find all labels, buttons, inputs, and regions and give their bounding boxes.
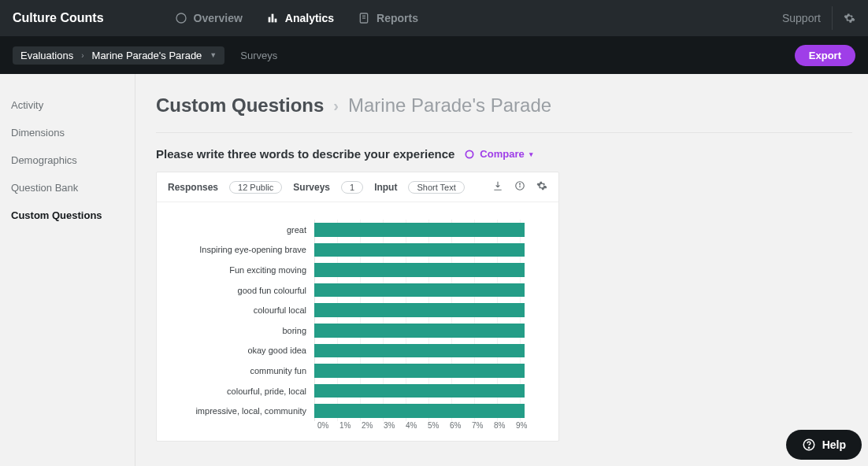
axis-tick: 4% bbox=[406, 421, 428, 430]
axis-tick: 6% bbox=[450, 421, 472, 430]
compare-button[interactable]: Compare ▾ bbox=[464, 148, 532, 160]
sidebar-item-demographics[interactable]: Demographics bbox=[11, 146, 124, 174]
info-icon bbox=[514, 180, 525, 191]
chart-bar bbox=[314, 223, 525, 237]
overview-icon bbox=[175, 12, 187, 24]
svg-rect-2 bbox=[271, 14, 273, 23]
axis-tick: 3% bbox=[384, 421, 406, 430]
page-title-main: Custom Questions bbox=[156, 94, 324, 116]
help-label: Help bbox=[822, 438, 846, 451]
chart-row: great bbox=[165, 220, 543, 240]
chart-bar bbox=[314, 243, 525, 257]
chart-row-label: good fun colourful bbox=[165, 286, 314, 295]
sidebar-item-custom-questions[interactable]: Custom Questions bbox=[11, 202, 124, 229]
chevron-right-icon: › bbox=[81, 51, 83, 60]
chart-row: Inspiring eye-opening brave bbox=[165, 240, 543, 261]
axis-tick: 0% bbox=[317, 421, 339, 430]
chart-row-label: impressive, local, community bbox=[165, 406, 314, 416]
chart-bar bbox=[314, 303, 525, 317]
chart-row: impressive, local, community bbox=[165, 401, 543, 421]
tab-analytics-label: Analytics bbox=[285, 12, 334, 24]
svg-point-12 bbox=[808, 447, 809, 448]
brand: Culture Counts bbox=[13, 11, 104, 25]
chart-row-label: Inspiring eye-opening brave bbox=[165, 245, 314, 254]
download-button[interactable] bbox=[492, 180, 503, 194]
axis-tick: 7% bbox=[472, 421, 494, 430]
chart-row: boring bbox=[165, 320, 543, 341]
settings-button[interactable] bbox=[832, 6, 855, 30]
chart-row: okay good idea bbox=[165, 341, 543, 361]
surveys-label: Surveys bbox=[293, 182, 330, 193]
page-title-sub: Marine Parade's Parade bbox=[348, 94, 551, 116]
info-button[interactable] bbox=[514, 180, 525, 194]
reports-icon bbox=[358, 12, 370, 24]
chart-card: Responses 12 Public Surveys 1 Input Shor… bbox=[156, 172, 559, 442]
analytics-icon bbox=[266, 12, 279, 24]
sidebar-item-question-bank[interactable]: Question Bank bbox=[11, 174, 124, 202]
sidebar-item-dimensions[interactable]: Dimensions bbox=[11, 119, 124, 146]
chart-row-label: community fun bbox=[165, 366, 314, 375]
surveys-link[interactable]: Surveys bbox=[240, 50, 277, 61]
chart-row-label: Fun exciting moving bbox=[165, 265, 314, 275]
input-value: Short Text bbox=[408, 181, 464, 194]
svg-point-7 bbox=[466, 150, 473, 157]
chart-row-label: colourful local bbox=[165, 305, 314, 315]
chart-bar bbox=[314, 283, 525, 298]
chevron-down-icon: ▾ bbox=[529, 150, 533, 158]
chevron-right-icon: › bbox=[333, 97, 339, 115]
svg-point-0 bbox=[176, 13, 186, 23]
svg-rect-1 bbox=[268, 17, 270, 23]
page-title: Custom Questions › Marine Parade's Parad… bbox=[156, 94, 852, 133]
axis-tick: 5% bbox=[428, 421, 450, 430]
chart-row: Fun exciting moving bbox=[165, 260, 543, 280]
chart-bar bbox=[314, 364, 525, 378]
chart: greatInspiring eye-opening braveFun exci… bbox=[157, 202, 558, 441]
chart-row: colourful, pride, local bbox=[165, 381, 543, 401]
chart-bar bbox=[314, 324, 525, 338]
surveys-value: 1 bbox=[341, 181, 363, 194]
breadcrumb-root: Evaluations bbox=[20, 50, 73, 61]
axis-tick: 8% bbox=[494, 421, 516, 430]
export-button[interactable]: Export bbox=[795, 45, 855, 66]
chart-row-label: colourful, pride, local bbox=[165, 386, 314, 396]
tab-overview[interactable]: Overview bbox=[175, 12, 243, 24]
chart-bar bbox=[314, 384, 525, 398]
chart-row: community fun bbox=[165, 361, 543, 381]
compare-label: Compare bbox=[480, 148, 524, 160]
chart-row-label: great bbox=[165, 225, 314, 235]
axis-tick: 9% bbox=[516, 421, 538, 430]
download-icon bbox=[492, 180, 503, 191]
chart-bar bbox=[314, 344, 525, 358]
gear-icon bbox=[844, 12, 855, 24]
chevron-down-icon: ▼ bbox=[210, 51, 217, 59]
svg-point-10 bbox=[520, 183, 521, 184]
chart-row: colourful local bbox=[165, 300, 543, 320]
chart-row-label: boring bbox=[165, 326, 314, 335]
chart-row-label: okay good idea bbox=[165, 346, 314, 355]
question-text: Please write three words to describe you… bbox=[156, 147, 454, 161]
axis-tick: 2% bbox=[362, 421, 384, 430]
chart-bar bbox=[314, 404, 525, 418]
sidebar-item-activity[interactable]: Activity bbox=[11, 91, 124, 119]
chart-bar bbox=[314, 263, 525, 277]
support-link[interactable]: Support bbox=[782, 12, 821, 24]
breadcrumb[interactable]: Evaluations › Marine Parade's Parade ▼ bbox=[13, 46, 224, 65]
tab-analytics[interactable]: Analytics bbox=[266, 12, 334, 24]
responses-value: 12 Public bbox=[229, 181, 282, 194]
input-label: Input bbox=[374, 182, 397, 193]
breadcrumb-current: Marine Parade's Parade bbox=[92, 50, 202, 61]
help-button[interactable]: Help bbox=[786, 430, 862, 460]
tab-reports[interactable]: Reports bbox=[358, 12, 418, 24]
gear-icon bbox=[536, 180, 547, 191]
tab-overview-label: Overview bbox=[194, 12, 243, 24]
compare-icon bbox=[464, 149, 475, 160]
svg-rect-3 bbox=[274, 19, 276, 23]
tab-reports-label: Reports bbox=[377, 12, 418, 24]
sidebar: ActivityDimensionsDemographicsQuestion B… bbox=[0, 74, 135, 466]
axis-tick: 1% bbox=[339, 421, 362, 430]
help-icon bbox=[802, 438, 816, 452]
chart-settings-button[interactable] bbox=[536, 180, 547, 194]
responses-label: Responses bbox=[168, 182, 218, 193]
chart-row: good fun colourful bbox=[165, 280, 543, 301]
x-axis: 0%1%2%3%4%5%6%7%8%9% bbox=[322, 421, 543, 430]
